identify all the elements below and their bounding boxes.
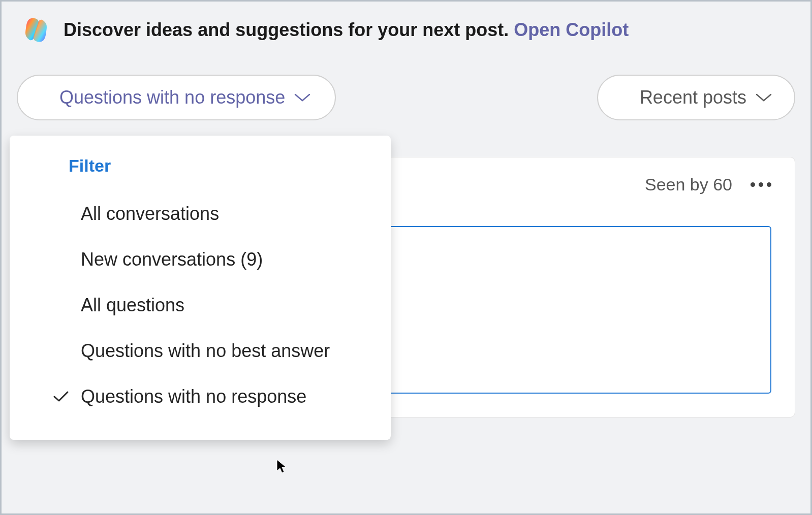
dot-icon <box>767 182 771 187</box>
filter-menu-header: Filter <box>10 156 391 191</box>
post-compose-area[interactable] <box>329 226 771 394</box>
seen-by-label: Seen by 60 <box>645 175 732 195</box>
controls-row: Questions with no response Recent posts <box>2 50 810 120</box>
cursor-icon <box>276 459 288 476</box>
chevron-down-icon <box>756 92 772 103</box>
dot-icon <box>751 182 755 187</box>
chevron-down-icon <box>294 92 310 103</box>
filter-option-all-conversations[interactable]: All conversations <box>10 191 391 237</box>
copilot-icon <box>22 16 50 44</box>
filter-option-new-conversations[interactable]: New conversations (9) <box>10 237 391 282</box>
post-header: Seen by 60 <box>329 175 771 195</box>
filter-dropdown-button[interactable]: Questions with no response <box>17 75 336 120</box>
open-copilot-link[interactable]: Open Copilot <box>514 19 629 40</box>
sort-selected-label: Recent posts <box>640 87 746 108</box>
copilot-banner: Discover ideas and suggestions for your … <box>2 2 810 50</box>
filter-option-all-questions[interactable]: All questions <box>10 282 391 328</box>
more-options-button[interactable] <box>751 182 771 187</box>
filter-option-label: All questions <box>81 295 184 316</box>
sort-dropdown-button[interactable]: Recent posts <box>597 75 795 120</box>
filter-dropdown-menu: Filter All conversations New conversatio… <box>10 136 391 440</box>
dot-icon <box>759 182 763 187</box>
banner-message: Discover ideas and suggestions for your … <box>64 19 514 40</box>
check-slot <box>41 386 81 407</box>
filter-option-label: Questions with no best answer <box>81 340 330 362</box>
filter-option-label: All conversations <box>81 203 219 224</box>
filter-selected-label: Questions with no response <box>59 87 285 108</box>
filter-option-label: New conversations (9) <box>81 249 263 270</box>
check-icon <box>53 386 69 407</box>
filter-option-no-response[interactable]: Questions with no response <box>10 374 391 420</box>
filter-option-no-best-answer[interactable]: Questions with no best answer <box>10 328 391 374</box>
banner-text: Discover ideas and suggestions for your … <box>64 19 629 41</box>
filter-option-label: Questions with no response <box>81 386 306 407</box>
